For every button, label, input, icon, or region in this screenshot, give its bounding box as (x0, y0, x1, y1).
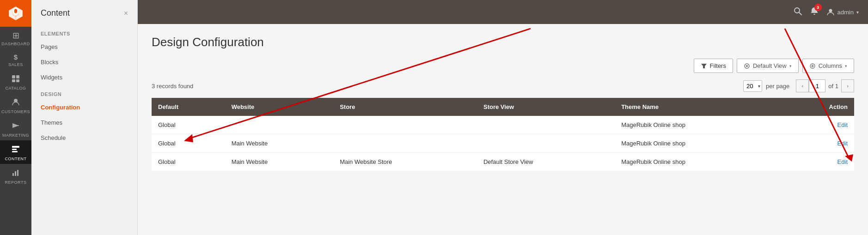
sidebar-item-sales[interactable]: $ SALES (0, 49, 31, 70)
cell-website: Main Website (225, 153, 333, 171)
view-label: Default View (753, 62, 787, 69)
content-sidebar: Content × Elements Pages Blocks Widgets … (31, 0, 138, 235)
edit-link-row1[interactable]: Edit (837, 140, 848, 147)
records-bar: 3 records found 20 30 50 per page ‹ of 1… (152, 79, 854, 92)
admin-username: admin (837, 9, 854, 16)
cell-theme-name: MageRubik Online shop (615, 116, 784, 134)
sidebar-item-schedule[interactable]: Schedule (31, 130, 137, 145)
design-configuration-table: Default Website Store Store View Theme N… (152, 98, 854, 171)
marketing-icon (12, 121, 20, 131)
col-header-theme-name: Theme Name (615, 98, 784, 116)
cell-theme-name: MageRubik Online shop (615, 153, 784, 171)
sidebar-title: Content (41, 8, 70, 18)
cell-store-view (477, 116, 615, 134)
svg-rect-11 (15, 171, 16, 176)
sidebar-section-design-label: Design (31, 85, 137, 100)
cell-default: Global (152, 116, 225, 134)
admin-user-menu[interactable]: admin ▾ (826, 8, 859, 16)
sidebar-item-pages[interactable]: Pages (31, 39, 137, 54)
sidebar-item-blocks[interactable]: Blocks (31, 54, 137, 70)
page-number-input[interactable] (809, 79, 825, 92)
per-page-select[interactable]: 20 30 50 (743, 80, 762, 92)
col-header-default: Default (152, 98, 225, 116)
svg-rect-8 (12, 149, 17, 150)
prev-page-button[interactable]: ‹ (796, 79, 809, 92)
sidebar-item-widgets[interactable]: Widgets (31, 70, 137, 85)
cell-store (333, 134, 477, 153)
edit-link-row2[interactable]: Edit (837, 158, 848, 165)
svg-point-15 (829, 9, 832, 12)
cell-action: Edit (784, 134, 854, 153)
reports-label: REPORTS (5, 180, 27, 185)
pager: ‹ of 1 › (796, 79, 854, 92)
cell-theme-name: MageRubik Online shop (615, 134, 784, 153)
columns-button[interactable]: Columns ▾ (802, 59, 854, 73)
col-header-store: Store (333, 98, 477, 116)
svg-line-14 (799, 12, 801, 15)
top-header: 3 admin ▾ (138, 0, 868, 24)
sidebar-item-configuration[interactable]: Configuration (31, 100, 137, 115)
cell-default: Global (152, 134, 225, 153)
cell-action: Edit (784, 116, 854, 134)
cell-store (333, 116, 477, 134)
user-dropdown-icon: ▾ (856, 10, 859, 15)
edit-link-row0[interactable]: Edit (837, 121, 848, 128)
catalog-label: CATALOG (5, 86, 26, 90)
table-row: Global Main Website Main Website Store D… (152, 153, 854, 171)
cell-store-view: Default Store View (477, 153, 615, 171)
svg-marker-20 (701, 64, 707, 68)
table-header-row: Default Website Store Store View Theme N… (152, 98, 854, 116)
svg-rect-9 (12, 151, 18, 152)
content-icon (12, 145, 20, 155)
cell-action: Edit (784, 153, 854, 171)
sidebar-item-marketing[interactable]: MARKETING (0, 117, 31, 140)
toolbar: Filters Default View ▾ Columns ▾ (152, 59, 854, 73)
icon-nav: ⊞ DASHBOARD $ SALES CATALOG CUSTOMERS MA… (0, 0, 31, 235)
reports-icon (12, 169, 20, 178)
svg-rect-7 (12, 146, 19, 148)
svg-rect-10 (12, 173, 14, 176)
sidebar-item-themes[interactable]: Themes (31, 115, 137, 130)
sidebar-close-button[interactable]: × (124, 10, 128, 17)
content-label: CONTENT (5, 157, 27, 161)
magento-logo[interactable] (0, 0, 31, 27)
cell-store-view (477, 134, 615, 153)
cell-store: Main Website Store (333, 153, 477, 171)
marketing-label: MARKETING (2, 133, 29, 138)
col-header-website: Website (225, 98, 333, 116)
col-header-store-view: Store View (477, 98, 615, 116)
columns-label: Columns (819, 62, 842, 69)
pagination: 20 30 50 per page ‹ of 1 › (743, 79, 854, 92)
table-row: Global MageRubik Online shop Edit (152, 116, 854, 134)
dashboard-label: DASHBOARD (1, 42, 30, 46)
filters-button[interactable]: Filters (694, 59, 733, 73)
col-header-action: Action (784, 98, 854, 116)
svg-rect-1 (16, 75, 19, 78)
notification-bell[interactable]: 3 (810, 6, 819, 18)
customers-icon (12, 98, 20, 108)
svg-rect-2 (12, 79, 15, 82)
cell-website: Main Website (225, 134, 333, 153)
cell-default: Global (152, 153, 225, 171)
notification-count: 3 (814, 4, 822, 11)
next-page-button[interactable]: › (841, 79, 854, 92)
svg-rect-3 (16, 79, 19, 82)
sidebar-section-elements-label: Elements (31, 24, 137, 39)
sidebar-header: Content × (31, 0, 137, 24)
sales-label: SALES (8, 62, 23, 67)
cell-website (225, 116, 333, 134)
sidebar-item-customers[interactable]: CUSTOMERS (0, 93, 31, 117)
filters-label: Filters (710, 62, 726, 69)
sidebar-item-catalog[interactable]: CATALOG (0, 70, 31, 93)
sidebar-item-dashboard[interactable]: ⊞ DASHBOARD (0, 27, 31, 49)
view-dropdown-icon: ▾ (789, 64, 792, 68)
catalog-icon (12, 74, 20, 84)
sidebar-item-content[interactable]: CONTENT (0, 140, 31, 164)
svg-point-22 (746, 65, 748, 67)
per-page-wrapper: 20 30 50 (743, 80, 762, 92)
page-title: Design Configuration (152, 35, 854, 49)
sidebar-item-reports[interactable]: REPORTS (0, 164, 31, 187)
default-view-button[interactable]: Default View ▾ (737, 59, 799, 73)
search-icon[interactable] (793, 6, 802, 18)
page-of: of 1 (828, 83, 838, 90)
